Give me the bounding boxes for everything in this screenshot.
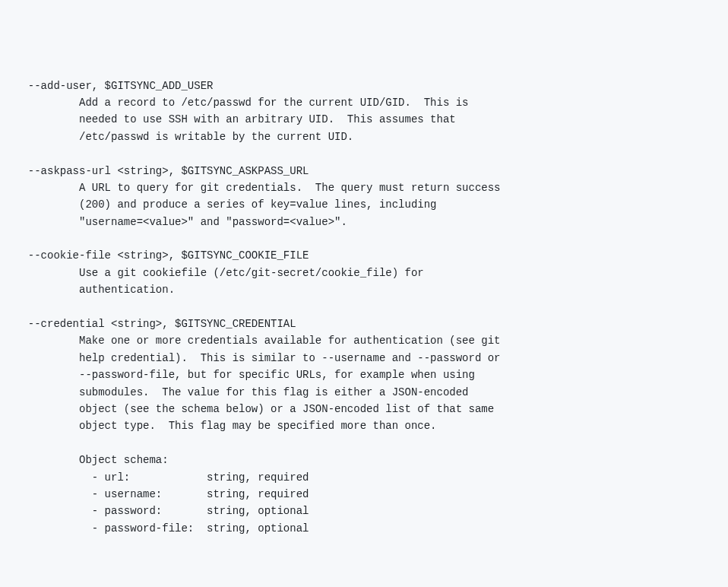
documentation-block: --add-user, $GITSYNC_ADD_USER Add a reco… <box>15 78 713 538</box>
doc-text: --add-user, $GITSYNC_ADD_USER Add a reco… <box>15 80 501 535</box>
